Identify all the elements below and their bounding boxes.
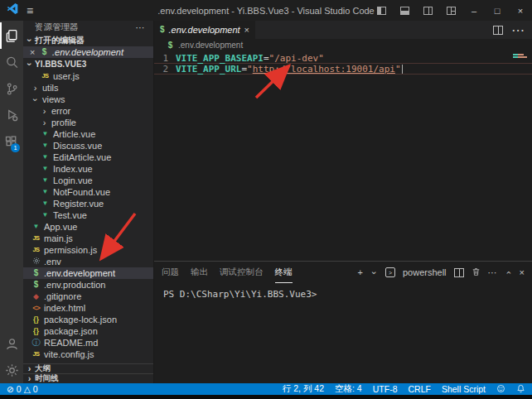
tree-item-notfound-vue[interactable]: ▼NotFound.vue bbox=[23, 186, 153, 198]
close-panel-icon[interactable]: × bbox=[520, 267, 525, 277]
vue-icon: ▼ bbox=[41, 212, 50, 219]
vscode-logo-icon bbox=[7, 2, 19, 18]
split-terminal-icon[interactable] bbox=[454, 268, 464, 277]
close-button[interactable]: × bbox=[509, 0, 532, 21]
tree-item-permission-js[interactable]: JSpermission.js bbox=[23, 244, 153, 256]
problems-status[interactable]: ⊘ 0 △ 0 bbox=[7, 384, 38, 394]
close-editor-icon[interactable]: × bbox=[28, 47, 36, 57]
tree-item-user-js[interactable]: JSuser.js bbox=[23, 70, 153, 82]
window-bottom-edge bbox=[0, 395, 532, 399]
project-section[interactable]: › YI.BBS.VUE3 bbox=[23, 58, 153, 70]
tree-item-gitignore[interactable]: ◆.gitignore bbox=[23, 291, 153, 302]
breadcrumb[interactable]: $ .env.development bbox=[154, 39, 532, 51]
tree-item-error[interactable]: ›error bbox=[23, 105, 153, 117]
kill-terminal-trash-icon[interactable] bbox=[472, 267, 481, 278]
indentation[interactable]: 空格: 4 bbox=[335, 383, 362, 395]
cursor-position[interactable]: 行 2, 列 42 bbox=[283, 383, 324, 395]
timeline-section[interactable]: › 时间线 bbox=[23, 373, 153, 383]
maximize-button[interactable]: □ bbox=[486, 0, 509, 21]
tree-item-test-vue[interactable]: ▼Test.vue bbox=[23, 209, 153, 221]
toggle-secondary-sidebar-icon[interactable] bbox=[416, 0, 439, 21]
account-icon[interactable] bbox=[0, 330, 23, 357]
more-actions-icon[interactable]: ⋯ bbox=[511, 22, 525, 38]
maximize-panel-icon[interactable]: › bbox=[504, 269, 513, 276]
tree-item-views[interactable]: ›views bbox=[23, 94, 153, 105]
split-editor-icon[interactable] bbox=[493, 26, 503, 35]
tab-debug-console[interactable]: 调试控制台 bbox=[220, 262, 264, 283]
tree-item-readme-md[interactable]: ⓘREADME.md bbox=[23, 337, 153, 349]
html-icon: <> bbox=[31, 305, 41, 312]
toggle-sidebar-icon[interactable] bbox=[370, 0, 393, 21]
text-cursor bbox=[402, 65, 403, 74]
vue-icon: ▼ bbox=[31, 224, 41, 230]
vue-icon: ▼ bbox=[41, 189, 50, 195]
extensions-badge: 1 bbox=[11, 143, 20, 152]
tree-item-profile[interactable]: ›profile bbox=[23, 117, 153, 128]
code-line-1: 1VITE_APP_BASEAPI="/api-dev" bbox=[154, 53, 532, 64]
source-control-icon[interactable] bbox=[0, 75, 23, 102]
chevron-down-icon: › bbox=[25, 36, 34, 44]
chevron-down-icon: › bbox=[31, 96, 40, 103]
chevron-right-icon: › bbox=[26, 364, 33, 373]
minimap[interactable] bbox=[513, 54, 530, 59]
eol-sequence[interactable]: CRLF bbox=[408, 384, 430, 394]
markdown-info-icon: ⓘ bbox=[31, 339, 41, 347]
open-editor-item[interactable]: × $ .env.development bbox=[23, 46, 153, 58]
tree-item-env-development[interactable]: $.env.development bbox=[23, 267, 153, 279]
vscode-window: ≡ .env.development - Yi.BBS.Vue3 - Visua… bbox=[0, 0, 532, 399]
new-terminal-icon[interactable]: + bbox=[358, 267, 363, 277]
file-tree: JSuser.js ›utils ›views ›error ›profile … bbox=[23, 70, 153, 363]
tree-item-login-vue[interactable]: ▼Login.vue bbox=[23, 175, 153, 186]
tab-terminal[interactable]: 终端 bbox=[275, 262, 293, 283]
vue-icon: ▼ bbox=[41, 131, 50, 137]
customize-layout-icon[interactable] bbox=[439, 0, 462, 21]
chevron-down-icon[interactable]: › bbox=[370, 269, 379, 276]
run-debug-icon[interactable] bbox=[0, 102, 23, 128]
tree-item-env[interactable]: .env bbox=[23, 256, 153, 267]
terminal-prompt: PS D:\CSharp\Yi\Yi.BBS.Vue3> bbox=[163, 289, 317, 300]
encoding[interactable]: UTF-8 bbox=[373, 384, 398, 394]
tree-item-package-lock-json[interactable]: {}package-lock.json bbox=[23, 314, 153, 325]
tree-item-env-production[interactable]: $.env.production bbox=[23, 279, 153, 291]
menu-icon[interactable]: ≡ bbox=[27, 5, 33, 17]
tree-item-package-json[interactable]: {}package.json bbox=[23, 325, 153, 337]
vue-icon: ▼ bbox=[41, 142, 50, 149]
terminal[interactable]: PS D:\CSharp\Yi\Yi.BBS.Vue3> bbox=[154, 283, 532, 383]
shellscript-icon: $ bbox=[166, 41, 175, 50]
more-actions-icon[interactable]: ⋯ bbox=[488, 267, 497, 278]
tree-item-editarticle-vue[interactable]: ▼EditArticle.vue bbox=[23, 151, 153, 163]
chevron-right-icon: › bbox=[41, 107, 48, 116]
tab-output[interactable]: 输出 bbox=[191, 262, 208, 283]
tree-item-index-vue[interactable]: ▼Index.vue bbox=[23, 163, 153, 175]
code-editor[interactable]: 1VITE_APP_BASEAPI="/api-dev" 2VITE_APP_U… bbox=[154, 51, 532, 261]
tab-env-development[interactable]: $ .env.development × bbox=[154, 21, 255, 39]
close-tab-icon[interactable]: × bbox=[244, 25, 249, 35]
settings-gear-icon[interactable] bbox=[0, 357, 23, 383]
explorer-icon[interactable] bbox=[0, 22, 23, 49]
outline-section[interactable]: › 大纲 bbox=[23, 363, 153, 373]
extensions-icon[interactable]: 1 bbox=[0, 128, 23, 155]
url-link[interactable]: http://localhost:19001/api bbox=[253, 64, 395, 75]
tree-item-discuss-vue[interactable]: ▼Discuss.vue bbox=[23, 140, 153, 151]
notifications-bell-icon[interactable] bbox=[516, 384, 525, 395]
toggle-panel-icon[interactable] bbox=[393, 0, 416, 21]
open-editors-section[interactable]: › 打开的编辑器 bbox=[23, 34, 153, 46]
more-actions-icon[interactable]: ⋯ bbox=[136, 22, 146, 32]
tab-bar: $ .env.development × ⋯ bbox=[154, 21, 532, 39]
tree-item-utils[interactable]: ›utils bbox=[23, 82, 153, 94]
error-icon: ⊘ bbox=[7, 384, 14, 394]
minimize-button[interactable]: – bbox=[462, 0, 486, 21]
tree-item-register-vue[interactable]: ▼Register.vue bbox=[23, 198, 153, 209]
tree-item-vite-config-js[interactable]: JSvite.config.js bbox=[23, 349, 153, 360]
line-number: 1 bbox=[154, 53, 176, 64]
language-mode[interactable]: Shell Script bbox=[442, 384, 486, 394]
search-icon[interactable] bbox=[0, 49, 23, 75]
tree-item-app-vue[interactable]: ▼App.vue bbox=[23, 221, 153, 233]
gear-icon bbox=[31, 257, 41, 267]
feedback-icon[interactable] bbox=[496, 384, 505, 395]
tab-problems[interactable]: 问题 bbox=[162, 262, 179, 283]
shell-label[interactable]: powershell bbox=[403, 267, 447, 277]
tree-item-article-vue[interactable]: ▼Article.vue bbox=[23, 128, 153, 140]
tree-item-index-html[interactable]: <>index.html bbox=[23, 302, 153, 314]
tree-item-main-js[interactable]: JSmain.js bbox=[23, 233, 153, 244]
